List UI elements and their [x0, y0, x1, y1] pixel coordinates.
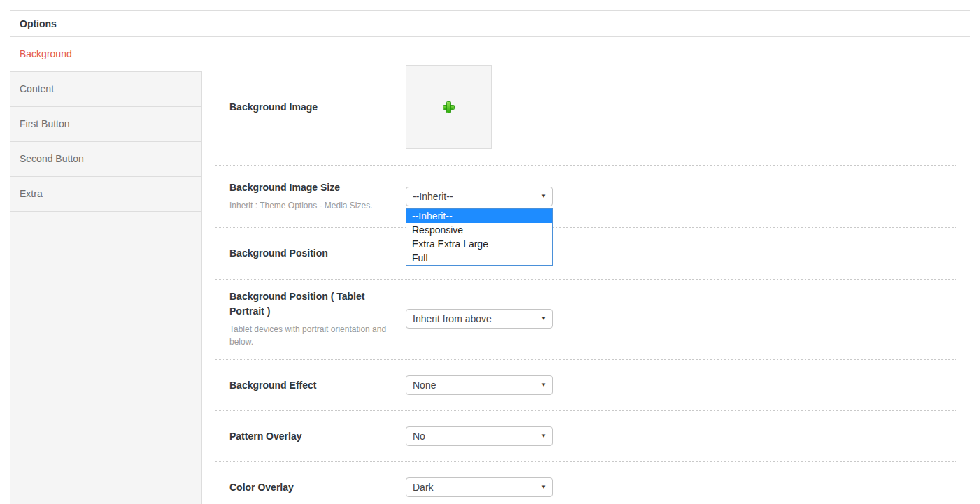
- sidebar-tab-background[interactable]: Background: [10, 37, 202, 72]
- options-tab-sidebar: Background Content First Button Second B…: [10, 37, 202, 504]
- sidebar-tab-label: Background: [20, 48, 72, 59]
- chevron-down-icon: ▼: [541, 427, 546, 445]
- dropdown-option-responsive[interactable]: Responsive: [406, 223, 552, 237]
- sidebar-tab-second-button[interactable]: Second Button: [10, 142, 201, 177]
- field-background-position: Background Position: [215, 228, 956, 280]
- dropdown-option-full[interactable]: Full: [406, 251, 552, 265]
- background-image-size-select[interactable]: --Inherit-- ▼: [406, 187, 553, 206]
- field-label: Background Effect: [229, 378, 380, 393]
- select-value: --Inherit--: [413, 191, 453, 202]
- dropdown-option-inherit[interactable]: --Inherit--: [406, 209, 552, 223]
- sidebar-tab-extra[interactable]: Extra: [10, 177, 201, 212]
- options-form: Background Image Background Image Size I…: [202, 37, 970, 504]
- sidebar-tab-label: Extra: [20, 188, 43, 199]
- select-value: Dark: [413, 482, 434, 493]
- field-label: Pattern Overlay: [229, 429, 380, 444]
- chevron-down-icon: ▼: [541, 376, 546, 394]
- sidebar-tab-label: Second Button: [20, 153, 84, 164]
- field-label: Background Position ( Tablet Portrait ): [229, 289, 380, 319]
- field-background-effect: Background Effect None ▼: [215, 360, 956, 411]
- field-background-image-size: Background Image Size Inherit : Theme Op…: [215, 166, 956, 228]
- sidebar-tab-content[interactable]: Content: [10, 72, 201, 107]
- dropdown-option-extra-extra-large[interactable]: Extra Extra Large: [406, 237, 552, 251]
- chevron-down-icon: ▼: [541, 478, 546, 496]
- background-image-size-dropdown-menu: --Inherit-- Responsive Extra Extra Large…: [406, 208, 553, 266]
- pattern-overlay-select[interactable]: No ▼: [406, 426, 553, 446]
- select-value: Inherit from above: [413, 313, 492, 324]
- field-description: Inherit : Theme Options - Media Sizes.: [229, 199, 392, 212]
- select-value: None: [413, 380, 436, 391]
- field-pattern-overlay: Pattern Overlay No ▼: [215, 411, 956, 462]
- field-label: Background Position: [229, 246, 380, 261]
- chevron-down-icon: ▼: [541, 310, 546, 328]
- field-label: Background Image: [229, 100, 380, 115]
- panel-body: Background Content First Button Second B…: [10, 37, 970, 504]
- background-position-tablet-select[interactable]: Inherit from above ▼: [406, 309, 553, 329]
- chevron-down-icon: ▼: [541, 187, 546, 206]
- field-description: Tablet devices with portrait orientation…: [229, 323, 392, 348]
- sidebar-tab-label: First Button: [20, 118, 70, 129]
- field-label: Color Overlay: [229, 480, 380, 495]
- color-overlay-select[interactable]: Dark ▼: [406, 477, 553, 497]
- sidebar-tab-first-button[interactable]: First Button: [10, 107, 201, 142]
- add-image-plus-icon: [443, 102, 454, 113]
- options-panel: Options Background Content First Button …: [10, 10, 970, 504]
- field-label: Background Image Size: [229, 180, 380, 195]
- background-effect-select[interactable]: None ▼: [406, 375, 553, 395]
- select-value: No: [413, 431, 425, 442]
- field-background-position-tablet: Background Position ( Tablet Portrait ) …: [215, 280, 956, 360]
- sidebar-tab-label: Content: [20, 83, 54, 94]
- panel-title: Options: [10, 11, 970, 37]
- background-image-upload-box[interactable]: [406, 65, 492, 149]
- field-color-overlay: Color Overlay Dark ▼: [215, 462, 956, 504]
- field-background-image: Background Image: [215, 37, 956, 166]
